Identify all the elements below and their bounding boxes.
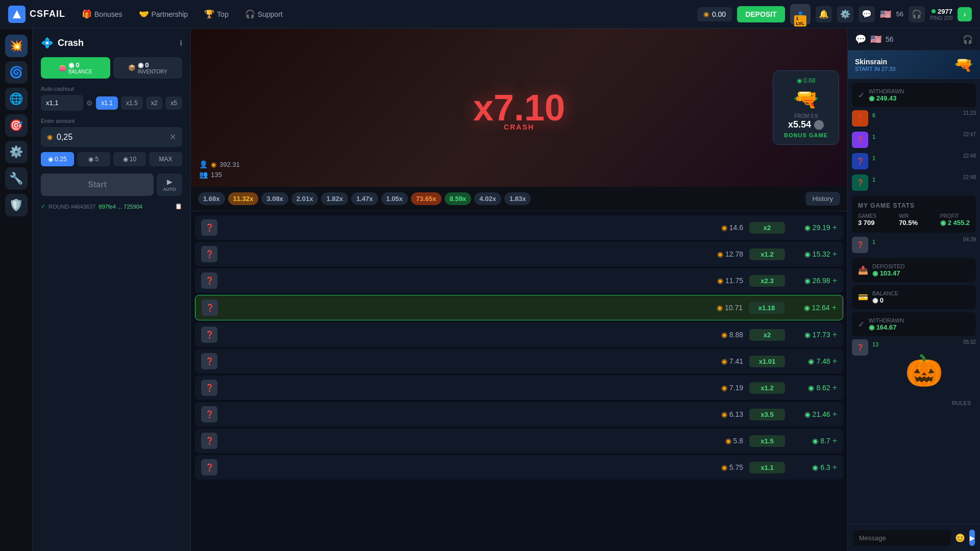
hist-pill[interactable]: 11.32x [228, 192, 259, 205]
nav-item-partnership[interactable]: 🤝 Partnership [133, 6, 194, 22]
plus-icon: + [832, 410, 837, 419]
mult-btn-3[interactable]: x2 [146, 96, 163, 110]
settings-button[interactable]: ⚙️ [837, 6, 853, 22]
gear-icon[interactable]: ⚙ [86, 99, 93, 107]
chat-icon: 💬 [855, 34, 866, 45]
mult-history-bar: 1.68x11.32x3.08x2.01x1.82x1.47x1.05x73.6… [191, 187, 847, 211]
sidebar-icon-3[interactable]: 🎯 [5, 114, 28, 137]
player-bet: ◉ 11.75 [717, 277, 743, 285]
sidebar-icon-2[interactable]: 🌐 [5, 88, 28, 110]
copy-icon[interactable]: 📋 [175, 203, 182, 210]
game-area: x7.10 CRASH 👤 ◉ 392.31 👥 135 [191, 29, 847, 551]
hist-pill[interactable]: 73.65x [411, 192, 442, 205]
balance-tab-label: ◉ 0 BALANCE [68, 61, 92, 74]
player-bet: ◉ 7.41 [721, 357, 743, 365]
qa-btn-max[interactable]: MAX [149, 152, 182, 166]
hist-pill[interactable]: 1.83x [504, 192, 531, 205]
mult-btn-2[interactable]: x1.5 [121, 96, 143, 110]
hist-pill[interactable]: 8.59x [445, 192, 472, 205]
player-avatar: ❓ [201, 219, 217, 236]
level-badge: 1 LVL [794, 15, 806, 27]
multiplier-text-input[interactable] [41, 95, 83, 111]
history-button[interactable]: History [805, 192, 840, 206]
check-icon-2: ✓ [858, 319, 865, 329]
stats-section: MY GAME STATS GAMES 3 709 W/R 70.5% PROF… [852, 196, 976, 233]
tab-inventory[interactable]: 📦 ◉ 0 INVENTORY [113, 57, 183, 79]
headphone-icon-rs: 🎧 [963, 35, 973, 44]
mult-btn-4[interactable]: x5 [165, 96, 182, 110]
skin-start: START IN 27:33 [855, 66, 895, 72]
sidebar-icon-5[interactable]: 🔧 [5, 167, 28, 190]
chat-toggle-button[interactable]: 💬 [859, 6, 875, 22]
headphone-button[interactable]: 🎧 [909, 6, 925, 22]
coin-icon: ◉ [721, 463, 727, 471]
sidebar-icon-crash[interactable]: 💥 [5, 35, 28, 57]
expand-button[interactable]: › [958, 7, 972, 21]
multiplier-row: ⚙ x1.1 x1.5 x2 x5 [41, 95, 182, 113]
hist-pill[interactable]: 4.02x [474, 192, 501, 205]
bonus-from: FROM 0.9 [779, 113, 832, 119]
logo-text: CSFAIL [30, 9, 65, 19]
coin-icon: ◉ [721, 223, 727, 232]
start-button[interactable]: Start [41, 173, 154, 196]
hist-pill[interactable]: 1.05x [381, 192, 408, 205]
hist-pill[interactable]: 2.01x [291, 192, 318, 205]
withdrawn-card-1: ✓ WITHDRAWN ◉ 249.43 [852, 83, 976, 107]
clear-icon[interactable]: ✕ [169, 132, 176, 142]
hist-pill[interactable]: 1.68x [198, 192, 225, 205]
table-row: ❓ ◉ 12.78 x1.2 ◉ 15.32 + [195, 242, 843, 266]
nav-item-top[interactable]: 🏆 Top [198, 6, 235, 22]
amount-input[interactable] [57, 133, 165, 142]
deposit-icon-rs: 📥 [858, 265, 868, 275]
mult-btn-1[interactable]: x1.1 [96, 96, 118, 110]
player-profit: ◉ 15.32 + [791, 249, 837, 259]
skin-info: Skinsrain START IN 27:33 [855, 58, 895, 72]
rs-content: ✓ WITHDRAWN ◉ 249.43 ❓ 6 21:23 [848, 79, 980, 524]
notification-button[interactable]: 🔔 [816, 6, 832, 22]
hist-pill[interactable]: 3.08x [261, 192, 288, 205]
nav-right: ◉ 0.00 DEPOSIT 👤 1 LVL 🔔 ⚙️ 💬 🇺🇸 56 🎧 29… [697, 4, 972, 24]
balance-display: ◉ 0.00 [697, 7, 732, 21]
qa-btn-025[interactable]: ◉ 0.25 [41, 152, 74, 166]
message-input[interactable] [853, 530, 951, 546]
inventory-tab-label: ◉ 0 INVENTORY [138, 61, 167, 74]
rs-header: 💬 🇺🇸 56 🎧 [848, 29, 980, 51]
nav-item-support[interactable]: 🎧 Support [239, 6, 289, 22]
coin-icon: ◉ [808, 384, 814, 392]
auto-icon: ▶ [167, 178, 173, 186]
ghost-emoji: 🎃 [872, 348, 976, 393]
qa-btn-5[interactable]: ◉ 5 [77, 152, 110, 166]
player-mult: x1.18 [749, 302, 785, 314]
avatar-2: ❓ [852, 132, 868, 148]
msg-row-5: ❓ 1 04:39 [852, 237, 976, 253]
rs-footer: 😊 ▶ [848, 524, 980, 551]
skin-promo[interactable]: Skinsrain START IN 27:33 🔫 [848, 51, 980, 79]
table-row: ❓ ◉ 7.41 x1.01 ◉ 7.48 + [195, 349, 843, 373]
player-mult: x1.01 [749, 356, 785, 367]
rules-link[interactable]: RULES [852, 398, 976, 408]
hist-pill[interactable]: 1.82x [321, 192, 348, 205]
sidebar-icon-4[interactable]: ⚙️ [5, 141, 28, 163]
avatar-4: ❓ [852, 174, 868, 191]
table-row: ❓ ◉ 8.88 x2 ◉ 17.73 + [195, 322, 843, 347]
flag-icon-rs: 🇺🇸 [870, 34, 881, 45]
player-profit: ◉ 12.64 + [791, 303, 837, 312]
hist-pill[interactable]: 1.47x [351, 192, 378, 205]
msg-row-6: ❓ 13 05:32 🎃 [852, 339, 976, 393]
qa-btn-10[interactable]: ◉ 10 [113, 152, 146, 166]
avatar[interactable]: 👤 1 LVL [790, 4, 811, 24]
nav-item-bonuses[interactable]: 🎁 Bonuses [76, 6, 128, 22]
coin-icon: ◉ [804, 331, 811, 339]
player-profit: ◉ 26.98 + [791, 276, 837, 285]
plus-icon: + [832, 436, 837, 445]
sidebar-icon-6[interactable]: 🛡️ [5, 194, 28, 216]
deposit-button[interactable]: DEPOSIT [737, 6, 785, 22]
player-count-rs: 56 [886, 35, 894, 43]
sidebar-icon-1[interactable]: 🌀 [5, 61, 28, 84]
auto-button[interactable]: ▶ AUTO [157, 173, 182, 196]
coin-icon: ◉ [812, 437, 818, 445]
emoji-button[interactable]: 😊 [955, 533, 965, 543]
tab-balance[interactable]: 👛 ◉ 0 BALANCE [41, 57, 110, 79]
info-icon[interactable]: ℹ [180, 39, 182, 47]
send-button[interactable]: ▶ [969, 530, 975, 546]
